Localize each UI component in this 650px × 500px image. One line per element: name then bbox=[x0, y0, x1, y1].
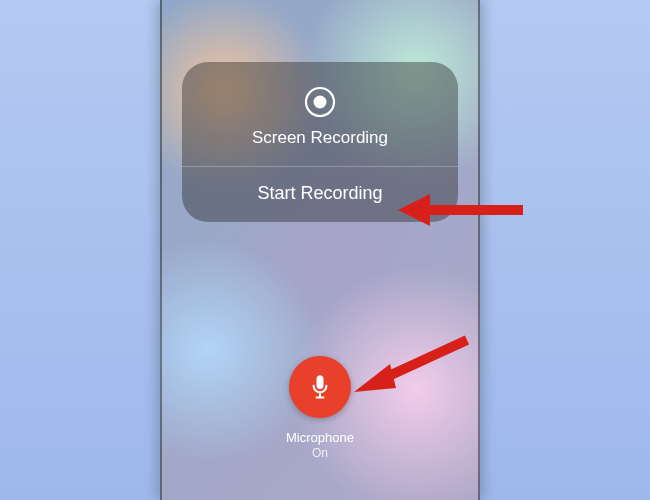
phone-screen: Screen Recording Start Recording Microph… bbox=[160, 0, 480, 500]
panel-header: Screen Recording bbox=[182, 62, 458, 166]
screen-recording-panel: Screen Recording Start Recording bbox=[182, 62, 458, 222]
panel-action-row: Start Recording bbox=[182, 167, 458, 222]
microphone-status: On bbox=[286, 446, 354, 462]
svg-point-1 bbox=[314, 96, 327, 109]
microphone-label: Microphone bbox=[286, 430, 354, 447]
microphone-labels: Microphone On bbox=[286, 430, 354, 462]
record-icon bbox=[302, 84, 338, 120]
start-recording-button[interactable]: Start Recording bbox=[257, 183, 382, 204]
panel-title: Screen Recording bbox=[192, 128, 448, 148]
microphone-icon bbox=[306, 373, 334, 401]
microphone-toggle-button[interactable] bbox=[289, 356, 351, 418]
